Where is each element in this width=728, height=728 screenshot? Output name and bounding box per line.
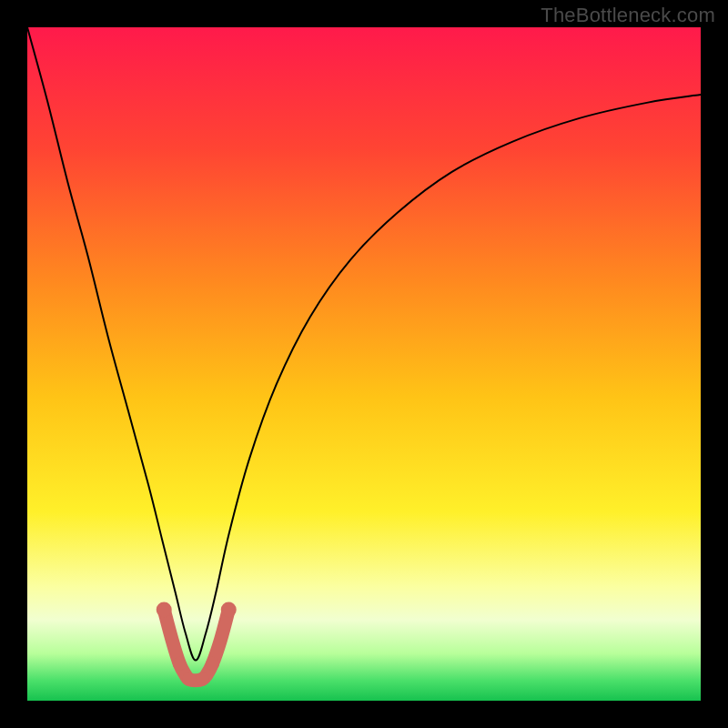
valley-highlight — [164, 610, 228, 681]
curves-layer — [27, 27, 701, 701]
valley-highlight-dot — [206, 657, 219, 671]
chart-stage: TheBottleneck.com — [0, 0, 728, 728]
valley-highlight-dot — [182, 672, 196, 686]
plot-area — [27, 27, 701, 701]
valley-highlight-dot — [196, 672, 209, 686]
bottleneck-curve — [27, 27, 701, 661]
valley-highlight-endpoint — [157, 602, 172, 618]
valley-highlight-endpoint — [221, 602, 237, 618]
watermark-text: TheBottleneck.com — [541, 4, 715, 27]
valley-highlight-dot — [173, 657, 187, 671]
